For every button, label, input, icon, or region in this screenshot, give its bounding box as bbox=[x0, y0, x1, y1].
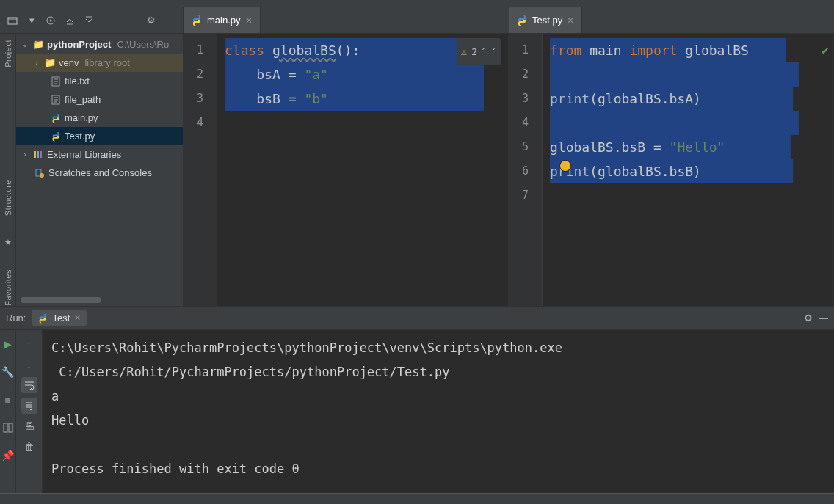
svg-rect-10 bbox=[4, 423, 7, 432]
run-toolbar: ↑ ↓ 🖶 🗑 bbox=[16, 330, 43, 493]
trash-icon[interactable]: 🗑 bbox=[21, 439, 37, 455]
prev-highlight-icon[interactable]: ˄ bbox=[482, 40, 487, 64]
svg-point-9 bbox=[40, 173, 44, 178]
left-rail: Project Structure ★ Favorites bbox=[0, 34, 16, 306]
tab-row: ▾ ⚙ — main.py ✕ Test.py ✕ bbox=[0, 7, 834, 34]
python-file-icon bbox=[37, 313, 48, 324]
python-file-icon bbox=[50, 131, 62, 142]
text-file-icon bbox=[50, 95, 62, 105]
text-file-icon bbox=[50, 76, 62, 87]
console-output[interactable]: C:\Users\Rohit\PycharmProjects\pythonPro… bbox=[43, 330, 834, 493]
tab-main-py[interactable]: main.py ✕ bbox=[184, 7, 261, 33]
run-panel: Run: Test ✕ ⚙ — ▶ 🔧 ■ 📌 ↑ ↓ bbox=[0, 306, 834, 493]
project-tree[interactable]: ⌄ 📁 pythonProject C:\Users\Ro › 📁 venv l… bbox=[16, 34, 184, 306]
select-opened-file-icon[interactable] bbox=[4, 12, 21, 29]
hide-icon[interactable]: — bbox=[162, 12, 178, 29]
editor-main[interactable]: 1 2 3 4 class globalBS(): bsA = "a" bsB … bbox=[184, 34, 509, 306]
tree-scratches[interactable]: Scratches and Consoles bbox=[16, 164, 183, 182]
code-area[interactable]: class globalBS(): bsA = "a" bsB = "b" ⚠ … bbox=[217, 34, 508, 306]
project-name: pythonProject bbox=[47, 39, 111, 50]
folder-icon: 📁 bbox=[32, 39, 44, 50]
settings-icon[interactable]: ⚙ bbox=[804, 313, 813, 324]
pin-icon[interactable]: 📌 bbox=[0, 448, 16, 464]
svg-rect-6 bbox=[37, 151, 39, 158]
run-tab[interactable]: Test ✕ bbox=[32, 310, 87, 326]
tab-test-py[interactable]: Test.py ✕ bbox=[509, 7, 582, 33]
horizontal-scrollbar[interactable] bbox=[21, 297, 101, 303]
project-root[interactable]: ⌄ 📁 pythonProject C:\Users\Ro bbox=[16, 35, 183, 54]
tree-item-file-txt[interactable]: file.txt bbox=[16, 72, 183, 90]
tree-item-test-py[interactable]: Test.py bbox=[16, 127, 183, 145]
up-icon[interactable]: ↑ bbox=[21, 336, 37, 352]
gutter: 1 2 3 4 5 6 7 bbox=[509, 34, 543, 306]
tree-item-file-path[interactable]: file_path bbox=[16, 90, 183, 109]
down-icon[interactable]: ↓ bbox=[21, 357, 37, 373]
stop-icon[interactable]: ■ bbox=[0, 392, 16, 408]
python-file-icon bbox=[50, 113, 62, 123]
run-tab-label: Test bbox=[52, 313, 70, 324]
chevron-right-icon[interactable]: › bbox=[21, 150, 29, 158]
gutter: 1 2 3 4 bbox=[184, 34, 217, 306]
right-tab-group: Test.py ✕ bbox=[509, 7, 834, 33]
favorites-star-icon[interactable]: ★ bbox=[4, 238, 12, 247]
scratches-icon bbox=[34, 168, 46, 178]
svg-rect-7 bbox=[40, 151, 42, 158]
settings-icon[interactable]: ⚙ bbox=[143, 12, 159, 29]
chevron-down-icon[interactable]: ⌄ bbox=[21, 40, 29, 48]
svg-rect-0 bbox=[8, 18, 17, 24]
project-tool-label[interactable]: Project bbox=[4, 40, 12, 67]
title-bar bbox=[0, 0, 834, 7]
no-problems-icon[interactable]: ✔ bbox=[822, 38, 829, 62]
favorites-tool-label[interactable]: Favorites bbox=[4, 269, 12, 306]
locate-icon[interactable] bbox=[43, 12, 59, 29]
collapse2-icon[interactable] bbox=[81, 12, 97, 29]
intention-bulb-icon[interactable] bbox=[560, 161, 570, 171]
project-toolbar: ▾ ⚙ — bbox=[0, 7, 184, 33]
code-area[interactable]: from main import globalBS print(globalBS… bbox=[543, 34, 833, 306]
tab-label: Test.py bbox=[532, 15, 562, 26]
warning-icon: ⚠ bbox=[461, 40, 467, 64]
scroll-to-end-icon[interactable] bbox=[21, 398, 37, 414]
rerun-icon[interactable]: ▶ bbox=[0, 336, 16, 352]
close-icon[interactable]: ✕ bbox=[74, 313, 81, 323]
hide-icon[interactable]: — bbox=[819, 313, 828, 324]
wrench-icon[interactable]: 🔧 bbox=[0, 364, 16, 380]
project-path: C:\Users\Ro bbox=[114, 39, 169, 50]
left-tab-group: main.py ✕ bbox=[184, 7, 509, 33]
python-file-icon bbox=[191, 15, 203, 26]
soft-wrap-icon[interactable] bbox=[21, 377, 37, 393]
close-icon[interactable]: ✕ bbox=[567, 15, 574, 26]
tree-external-libraries[interactable]: › External Libraries bbox=[16, 145, 183, 164]
inspection-widget[interactable]: ⚠ 2 ˄ ˅ bbox=[457, 38, 501, 65]
print-icon[interactable]: 🖶 bbox=[21, 418, 37, 434]
libraries-icon bbox=[32, 150, 44, 160]
next-highlight-icon[interactable]: ˅ bbox=[491, 40, 496, 64]
run-label: Run: bbox=[6, 313, 26, 324]
svg-rect-11 bbox=[9, 423, 12, 432]
run-header: Run: Test ✕ ⚙ — bbox=[0, 307, 834, 330]
chevron-right-icon[interactable]: › bbox=[32, 59, 41, 67]
expand-all-icon[interactable]: ▾ bbox=[23, 12, 40, 29]
inspection-count: 2 bbox=[471, 40, 477, 64]
collapse-icon[interactable] bbox=[62, 12, 78, 29]
layout-icon[interactable] bbox=[0, 420, 16, 436]
tree-item-venv[interactable]: › 📁 venv library root bbox=[16, 54, 183, 72]
status-bar bbox=[0, 493, 834, 504]
close-icon[interactable]: ✕ bbox=[245, 15, 253, 26]
structure-tool-label[interactable]: Structure bbox=[4, 180, 12, 216]
editor-test[interactable]: 1 2 3 4 5 6 7 from main import globalBS … bbox=[509, 34, 834, 306]
svg-rect-5 bbox=[34, 151, 36, 158]
tree-item-main-py[interactable]: main.py bbox=[16, 109, 183, 127]
folder-icon: 📁 bbox=[44, 57, 56, 68]
svg-point-2 bbox=[50, 19, 52, 21]
tab-label: main.py bbox=[207, 15, 241, 26]
run-side-rail: ▶ 🔧 ■ 📌 bbox=[0, 330, 16, 493]
python-file-icon bbox=[516, 15, 528, 26]
